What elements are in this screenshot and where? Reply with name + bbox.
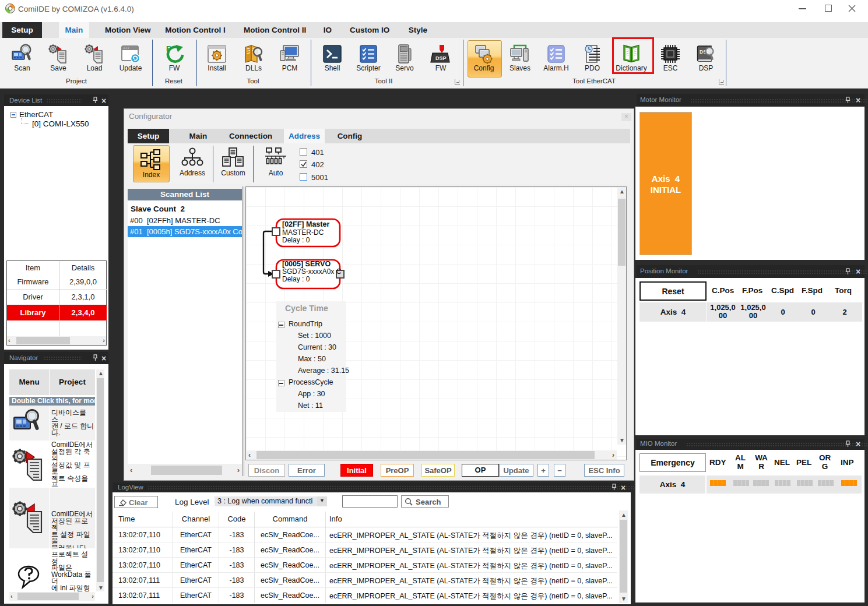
svg-text:F: F [166,44,171,53]
svg-text:Delay : 0: Delay : 0 [282,236,310,244]
svg-text:MASTER-DC: MASTER-DC [282,228,324,237]
svg-text:[02FF] Master: [02FF] Master [282,220,329,228]
svg-text:DSP: DSP [435,55,447,61]
svg-text:Delay : 0: Delay : 0 [282,275,310,283]
svg-text:[0005] SERVO: [0005] SERVO [282,260,331,268]
svg-text:SGD7S-xxxxA0x C: SGD7S-xxxxA0x C [282,267,342,276]
